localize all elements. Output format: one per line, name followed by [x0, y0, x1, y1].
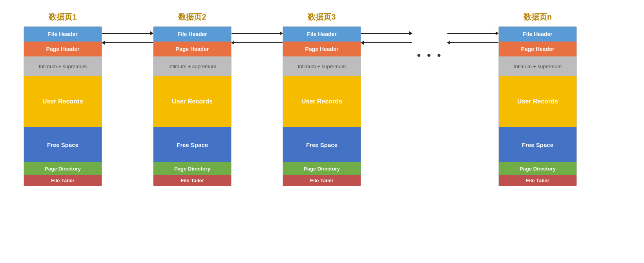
pagen-title: 数据页n: [524, 12, 552, 22]
arrow-line: [232, 42, 283, 43]
page3-page-header: Page Header: [283, 42, 361, 56]
arrow-back-3: [361, 39, 412, 46]
page1-infimum: Infimum + supremum: [24, 56, 102, 76]
arrow-forward-2: [232, 30, 283, 37]
arrows-dots-n: [447, 12, 498, 46]
page3-block: File Header Page Header Infimum + suprem…: [283, 26, 361, 186]
arrow-line: [102, 42, 153, 43]
page3-free-space: Free Space: [283, 127, 361, 162]
page1-title: 数据页1: [49, 12, 77, 22]
page1-block: File Header Page Header Infimum + suprem…: [24, 26, 102, 186]
pagen-block: File Header Page Header Infimum + suprem…: [498, 26, 577, 186]
page3-user-records: User Records: [283, 76, 361, 127]
page2-block: File Header Page Header Infimum + suprem…: [153, 26, 232, 186]
page2-page-directory: Page Directory: [153, 162, 231, 175]
page2-title: 数据页2: [178, 12, 206, 22]
page2-page-header: Page Header: [153, 42, 231, 56]
arrow-line: [447, 42, 498, 43]
arrow-line: [102, 33, 153, 34]
arrows-1-2: [102, 12, 153, 46]
diagram: 数据页1 File Header Page Header Infimum + s…: [0, 0, 644, 263]
page3-title: 数据页3: [308, 12, 336, 22]
arrow-line: [361, 42, 412, 43]
pagen-infimum: Infimum + supremum: [499, 56, 576, 76]
arrow-back-n: [447, 39, 498, 46]
page1-file-header: File Header: [24, 27, 102, 42]
page3-page-directory: Page Directory: [283, 162, 361, 175]
arrow-forward-n: [447, 30, 498, 37]
page2-file-header: File Header: [153, 27, 231, 42]
arrow-line: [447, 33, 498, 34]
page2-file-tailer: File Tailer: [153, 175, 231, 186]
page-group-2: 数据页2 File Header Page Header Infimum + s…: [153, 12, 232, 186]
arrow-back-1: [102, 39, 153, 46]
page-group-1: 数据页1 File Header Page Header Infimum + s…: [24, 12, 102, 186]
dots-separator: • • •: [412, 12, 447, 62]
page3-file-header: File Header: [283, 27, 361, 42]
page2-user-records: User Records: [153, 76, 231, 127]
page1-page-directory: Page Directory: [24, 162, 102, 175]
pagen-user-records: User Records: [499, 76, 576, 127]
arrow-line: [361, 33, 412, 34]
pagen-file-header: File Header: [499, 27, 576, 42]
page-group-n: 数据页n File Header Page Header Infimum + s…: [498, 12, 577, 186]
arrow-back-2: [232, 39, 283, 46]
arrows-3-dots: [361, 12, 412, 46]
arrows-2-3: [232, 12, 283, 46]
pagen-free-space: Free Space: [499, 127, 576, 162]
dots-text: • • •: [417, 49, 443, 62]
pagen-file-tailer: File Tailer: [499, 175, 576, 186]
page3-file-tailer: File Tailer: [283, 175, 361, 186]
page1-free-space: Free Space: [24, 127, 102, 162]
page1-file-tailer: File Tailer: [24, 175, 102, 186]
arrow-forward-3: [361, 30, 412, 37]
page-group-3: 数据页3 File Header Page Header Infimum + s…: [283, 12, 361, 186]
page2-free-space: Free Space: [153, 127, 231, 162]
arrow-line: [232, 33, 283, 34]
page2-infimum: Infimum + supremum: [153, 56, 231, 76]
pagen-page-header: Page Header: [499, 42, 576, 56]
arrow-forward-1: [102, 30, 153, 37]
page1-user-records: User Records: [24, 76, 102, 127]
page3-infimum: Infimum + supremum: [283, 56, 361, 76]
pagen-page-directory: Page Directory: [499, 162, 576, 175]
page1-page-header: Page Header: [24, 42, 102, 56]
